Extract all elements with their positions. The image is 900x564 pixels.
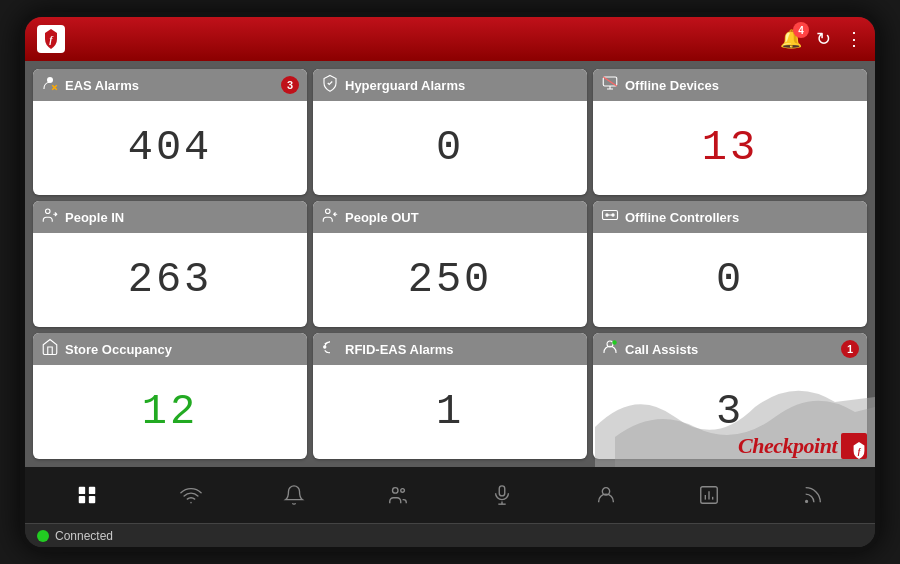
card-header-left-offline-controllers: Offline Controllers [601, 206, 739, 228]
card-people-in[interactable]: People IN 263 [33, 201, 307, 327]
card-hyperguard-alarms[interactable]: Hyperguard Alarms 0 [313, 69, 587, 195]
svg-rect-19 [89, 496, 95, 503]
nav-item-reports[interactable] [690, 480, 728, 510]
top-bar-right: 🔔 4 ↻ ⋮ [780, 28, 863, 50]
card-header-left-people-in: People IN [41, 206, 124, 228]
card-header-left-people-out: People OUT [321, 206, 419, 228]
card-title-offline-controllers: Offline Controllers [625, 210, 739, 225]
card-header-rfid-eas-alarms: RFID-EAS Alarms [313, 333, 587, 365]
card-icon-hyperguard-alarms [321, 74, 339, 96]
nav-item-alerts[interactable] [275, 480, 313, 510]
app-logo-icon: f [37, 25, 65, 53]
card-offline-devices[interactable]: Offline Devices 13 [593, 69, 867, 195]
nav-item-wireless[interactable] [172, 480, 210, 510]
notification-icon[interactable]: 🔔 4 [780, 28, 802, 50]
card-header-offline-controllers: Offline Controllers [593, 201, 867, 233]
card-icon-offline-controllers [601, 206, 619, 228]
card-value-rfid-eas-alarms: 1 [436, 388, 464, 436]
card-value-call-assists: 3 [716, 388, 744, 436]
svg-rect-22 [499, 486, 505, 496]
card-title-offline-devices: Offline Devices [625, 78, 719, 93]
card-value-offline-controllers: 0 [716, 256, 744, 304]
svg-point-21 [401, 489, 405, 493]
card-header-left-call-assists: Call Assists [601, 338, 698, 360]
card-body-eas-alarms: 404 [33, 101, 307, 195]
card-rfid-eas-alarms[interactable]: RFID-EAS Alarms 1 [313, 333, 587, 459]
card-body-call-assists: 3 [593, 365, 867, 459]
card-value-people-out: 250 [408, 256, 493, 304]
bottom-navigation [25, 467, 875, 523]
svg-point-30 [806, 501, 808, 503]
card-body-hyperguard-alarms: 0 [313, 101, 587, 195]
card-offline-controllers[interactable]: Offline Controllers 0 [593, 201, 867, 327]
connection-status-dot [37, 530, 49, 542]
card-call-assists[interactable]: Call Assists 1 3 [593, 333, 867, 459]
card-header-people-in: People IN [33, 201, 307, 233]
card-title-store-occupancy: Store Occupancy [65, 342, 172, 357]
svg-point-14 [612, 340, 617, 345]
card-body-people-in: 263 [33, 233, 307, 327]
svg-point-7 [326, 209, 331, 214]
connection-status-text: Connected [55, 529, 113, 543]
card-value-store-occupancy: 12 [142, 388, 198, 436]
dashboard-grid: EAS Alarms 3 404 Hyperguard Alarms 0 Off… [25, 61, 875, 467]
nav-item-dashboard[interactable] [68, 480, 106, 510]
card-header-people-out: People OUT [313, 201, 587, 233]
card-value-eas-alarms: 404 [128, 124, 213, 172]
card-header-left-rfid-eas-alarms: RFID-EAS Alarms [321, 338, 454, 360]
card-title-rfid-eas-alarms: RFID-EAS Alarms [345, 342, 454, 357]
card-value-offline-devices: 13 [702, 124, 758, 172]
card-title-call-assists: Call Assists [625, 342, 698, 357]
svg-point-11 [612, 214, 614, 216]
refresh-icon[interactable]: ↻ [816, 28, 831, 50]
svg-rect-16 [79, 487, 85, 494]
card-body-people-out: 250 [313, 233, 587, 327]
svg-point-12 [324, 346, 326, 348]
card-body-offline-devices: 13 [593, 101, 867, 195]
card-people-out[interactable]: People OUT 250 [313, 201, 587, 327]
card-title-people-out: People OUT [345, 210, 419, 225]
card-header-eas-alarms: EAS Alarms 3 [33, 69, 307, 101]
card-icon-people-in [41, 206, 59, 228]
card-icon-people-out [321, 206, 339, 228]
card-eas-alarms[interactable]: EAS Alarms 3 404 [33, 69, 307, 195]
svg-point-10 [606, 214, 608, 216]
main-content: EAS Alarms 3 404 Hyperguard Alarms 0 Off… [25, 61, 875, 467]
nav-item-user[interactable] [587, 480, 625, 510]
card-body-offline-controllers: 0 [593, 233, 867, 327]
svg-rect-18 [89, 487, 95, 494]
nav-item-mic[interactable] [483, 480, 521, 510]
card-header-left-hyperguard-alarms: Hyperguard Alarms [321, 74, 465, 96]
card-icon-call-assists [601, 338, 619, 360]
card-title-people-in: People IN [65, 210, 124, 225]
svg-line-5 [603, 77, 617, 86]
status-bar: Connected [25, 523, 875, 547]
notification-badge: 4 [793, 22, 809, 38]
card-header-call-assists: Call Assists 1 [593, 333, 867, 365]
card-value-people-in: 263 [128, 256, 213, 304]
top-bar: f 🔔 4 ↻ ⋮ [25, 17, 875, 61]
card-title-hyperguard-alarms: Hyperguard Alarms [345, 78, 465, 93]
menu-icon[interactable]: ⋮ [845, 28, 863, 50]
card-header-store-occupancy: Store Occupancy [33, 333, 307, 365]
svg-point-20 [393, 488, 399, 494]
top-bar-left: f [37, 25, 65, 53]
nav-item-people[interactable] [379, 480, 417, 510]
card-store-occupancy[interactable]: Store Occupancy 12 [33, 333, 307, 459]
card-icon-eas-alarms [41, 74, 59, 96]
card-icon-rfid-eas-alarms [321, 338, 339, 360]
card-title-eas-alarms: EAS Alarms [65, 78, 139, 93]
card-header-hyperguard-alarms: Hyperguard Alarms [313, 69, 587, 101]
svg-point-6 [46, 209, 51, 214]
card-badge-call-assists: 1 [841, 340, 859, 358]
svg-rect-17 [79, 496, 85, 503]
nav-item-feed[interactable] [794, 480, 832, 510]
card-header-left-offline-devices: Offline Devices [601, 74, 719, 96]
card-value-hyperguard-alarms: 0 [436, 124, 464, 172]
card-header-left-eas-alarms: EAS Alarms [41, 74, 139, 96]
card-badge-eas-alarms: 3 [281, 76, 299, 94]
card-body-store-occupancy: 12 [33, 365, 307, 459]
card-icon-store-occupancy [41, 338, 59, 360]
card-header-offline-devices: Offline Devices [593, 69, 867, 101]
card-body-rfid-eas-alarms: 1 [313, 365, 587, 459]
